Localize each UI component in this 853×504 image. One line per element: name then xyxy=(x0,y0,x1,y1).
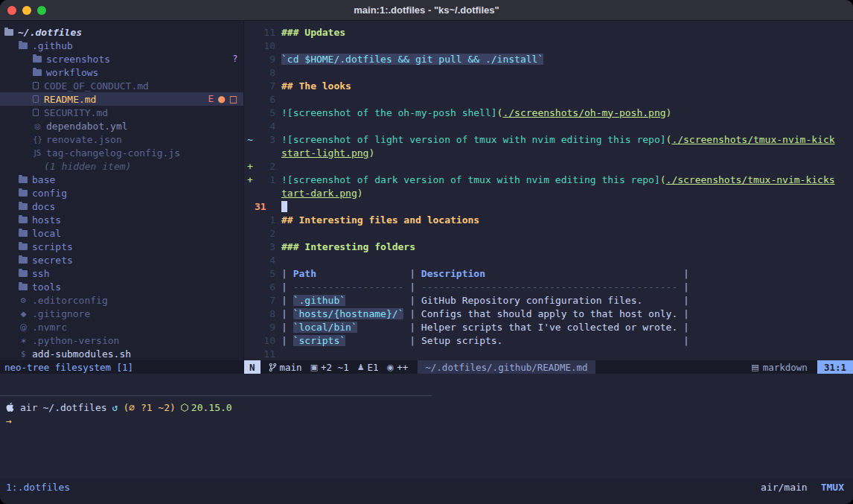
diff-icon: ▣ xyxy=(310,363,318,372)
text-segment xyxy=(345,335,403,346)
tree-item-python-version[interactable]: ∗.python-version xyxy=(0,334,243,347)
neo-tree-panel: ~/.dotfiles.githubscreenshots?workflowsC… xyxy=(0,21,244,374)
line-text: ## Interesting files and locations xyxy=(275,214,479,226)
minimize-button[interactable] xyxy=(22,6,31,15)
editor-line[interactable]: 2 xyxy=(244,226,853,240)
tree-item-dependabot-yml[interactable]: ◎dependabot.yml xyxy=(0,119,243,133)
tree-item-scripts[interactable]: scripts xyxy=(0,240,243,253)
tree-item-dotfiles[interactable]: ~/.dotfiles xyxy=(0,25,243,39)
tree-item-workflows[interactable]: workflows xyxy=(0,66,243,79)
tree-item-nvmrc[interactable]: @.nvmrc xyxy=(0,320,243,334)
editor-line[interactable]: 7## The looks xyxy=(244,79,853,92)
text-segment: ./screenshots/tmux-nvim-kicks xyxy=(666,174,835,185)
text-segment: ./screenshots/tmux-nvim-kick xyxy=(671,134,834,145)
tree-item-code-of-conduct-md[interactable]: CODE_OF_CONDUCT.md xyxy=(0,79,243,92)
js-icon: JS xyxy=(33,149,42,157)
editor-line[interactable]: 3### Interesting folders xyxy=(244,240,853,253)
editor-line[interactable]: 1## Interesting files and locations xyxy=(244,213,853,226)
editor-line[interactable]: +2 xyxy=(244,159,853,173)
tree-item-tools[interactable]: tools xyxy=(0,280,243,293)
tree-item-label: (1 hidden item) xyxy=(44,161,131,172)
editor-line[interactable]: 6 xyxy=(244,92,853,106)
tree-item-editorconfig[interactable]: ⚙.editorconfig xyxy=(0,293,243,307)
zoom-button[interactable] xyxy=(37,6,46,15)
editor-line[interactable]: 8| `hosts/{hostname}/` | Configs that sh… xyxy=(244,307,853,320)
tree-item-ssh[interactable]: ssh xyxy=(0,267,243,280)
tree-item-label: .python-version xyxy=(32,335,119,346)
neo-tree-statusline: neo-tree filesystem [1] xyxy=(0,360,243,374)
text-segment: tart-dark.png xyxy=(281,188,357,199)
editor-line[interactable]: ~3![screenshot of light version of tmux … xyxy=(244,133,853,146)
gutter-sign xyxy=(244,94,255,105)
line-text: start-light.png) xyxy=(275,147,374,159)
gutter-sign xyxy=(244,107,255,118)
tree-item-docs[interactable]: docs xyxy=(0,200,243,213)
editor-line[interactable]: +1![screenshot of dark version of tmux w… xyxy=(244,173,853,186)
line-text: | `.github` | GitHub Repository configur… xyxy=(275,295,689,306)
text-segment: ![screenshot of the oh-my-posh shell] xyxy=(281,107,497,118)
file-icon xyxy=(33,82,39,89)
braces-icon: {} xyxy=(33,135,42,144)
tree-item-secrets[interactable]: secrets xyxy=(0,253,243,267)
tree-item-screenshots[interactable]: screenshots? xyxy=(0,52,243,66)
tree-item-base[interactable]: base xyxy=(0,173,243,186)
shell-pane[interactable]: air ~/.dotfiles ↺ (⌀ ?1 ~2) 20.15.0 → xyxy=(0,374,853,479)
tree-item-tag-changelog-config-js[interactable]: JStag-changelog-config.js xyxy=(0,146,243,159)
tree-item-github[interactable]: .github xyxy=(0,39,243,52)
close-button[interactable] xyxy=(7,6,16,15)
editor-line[interactable]: 10 xyxy=(244,39,853,52)
tree-item-config[interactable]: config xyxy=(0,186,243,200)
tree-item-label: .nvmrc xyxy=(32,322,67,333)
tree-item-renovate-json[interactable]: {}renovate.json xyxy=(0,133,243,146)
text-segment: ## Interesting files and locations xyxy=(281,214,479,226)
tmux-window-item[interactable]: 1:.dotfiles xyxy=(6,482,70,493)
text-segment: ) xyxy=(368,147,374,159)
tree-item-label: SECURITY.md xyxy=(44,107,108,118)
tree-item-add-submodules-sh[interactable]: $add-submodules.sh xyxy=(0,347,243,360)
text-segment: ![screenshot of dark version of tmux wit… xyxy=(281,174,660,185)
editor-line[interactable]: 4 xyxy=(244,253,853,267)
tree-item-label: secrets xyxy=(32,255,73,266)
text-segment: | xyxy=(403,322,421,333)
editor-buffer[interactable]: 11### Updates 10 9`cd $HOME/.dotfiles &&… xyxy=(244,21,853,360)
git-branch: main xyxy=(269,362,302,373)
text-segment: ( xyxy=(660,174,666,185)
diff-counts: +2 ~1 xyxy=(321,362,349,373)
editor-line[interactable]: 8 xyxy=(244,66,853,79)
editor-line[interactable]: 9`cd $HOME/.dotfiles && git pull && ./in… xyxy=(244,52,853,66)
line-text: | Path | Description | xyxy=(275,268,689,279)
line-number: 5 xyxy=(255,107,275,118)
git-status-badges: E●□ xyxy=(208,94,243,104)
editor-line[interactable]: 11 xyxy=(244,347,853,360)
folder-icon xyxy=(19,284,28,290)
updates-count: ++ xyxy=(397,362,408,373)
tree-item-security-md[interactable]: SECURITY.md xyxy=(0,106,243,119)
tmux-pane-border[interactable] xyxy=(0,395,432,396)
editor-line[interactable]: tart-dark.png) xyxy=(244,186,853,200)
markdown-icon: ▤ xyxy=(751,363,758,372)
text-segment: Setup scripts. xyxy=(421,335,677,346)
tree-item-gitignore[interactable]: ◆.gitignore xyxy=(0,307,243,320)
tree-item-1-hidden-item[interactable]: (1 hidden item) xyxy=(0,159,243,173)
editor-line[interactable]: 6| ------------------- | ---------------… xyxy=(244,280,853,293)
tree-item-local[interactable]: local xyxy=(0,226,243,240)
tree-item-readme-md[interactable]: README.mdE●□ xyxy=(0,92,243,106)
line-number: 9 xyxy=(255,54,275,65)
editor-line[interactable]: 10| `scripts` | Setup scripts. | xyxy=(244,334,853,347)
editor-line[interactable]: 7| `.github` | GitHub Repository configu… xyxy=(244,293,853,307)
error-badge: E xyxy=(208,94,214,104)
prompt-arrow[interactable]: → xyxy=(6,414,12,427)
folder-icon xyxy=(19,243,28,250)
line-text: ### Updates xyxy=(275,27,345,38)
editor-line[interactable]: start-light.png) xyxy=(244,146,853,159)
editor-line[interactable]: 5![screenshot of the oh-my-posh shell](.… xyxy=(244,106,853,119)
editor-line[interactable]: 11### Updates xyxy=(244,25,853,39)
text-segment: Description xyxy=(421,268,485,279)
editor-line[interactable]: 4 xyxy=(244,119,853,133)
editor-line[interactable]: 9| `local/bin` | Helper scripts that I'v… xyxy=(244,320,853,334)
tree-item-hosts[interactable]: hosts xyxy=(0,213,243,226)
editor-line[interactable]: 5| Path | Description | xyxy=(244,267,853,280)
line-number: 10 xyxy=(255,40,275,51)
editor-line[interactable]: 31 xyxy=(244,200,853,213)
line-number: 5 xyxy=(255,268,275,279)
